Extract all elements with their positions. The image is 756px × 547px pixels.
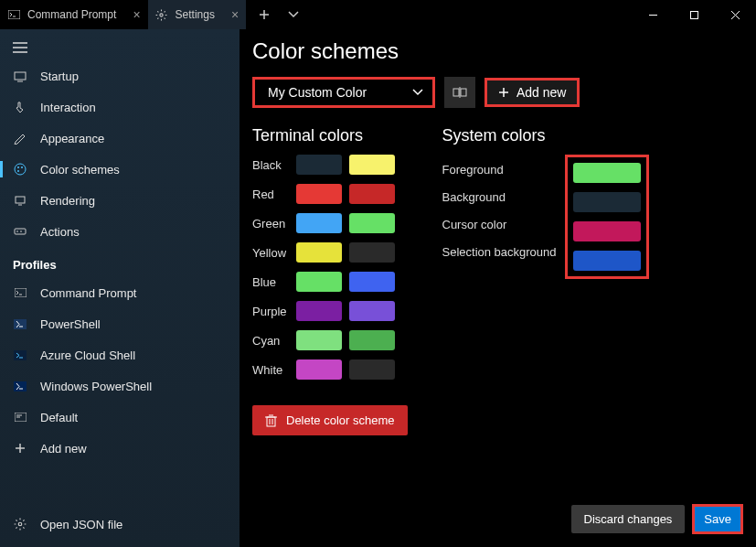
sidebar: Startup Interaction Appearance Color sch… (0, 29, 240, 547)
color-row: Cyan (252, 330, 408, 350)
interaction-icon (13, 100, 27, 114)
color-swatch-normal[interactable] (296, 184, 342, 204)
color-label: White (252, 363, 289, 377)
system-color-label: Background (442, 190, 565, 205)
svg-rect-18 (16, 197, 25, 203)
sidebar-item-interaction[interactable]: Interaction (0, 91, 240, 123)
color-swatch-normal[interactable] (296, 242, 342, 263)
profile-label: Azure Cloud Shell (40, 349, 135, 362)
color-swatch-bright[interactable] (349, 272, 395, 292)
main-content: Color schemes My Custom Color Add new Te… (240, 29, 756, 547)
color-swatch-normal[interactable] (296, 272, 342, 292)
system-color-swatch[interactable] (573, 192, 641, 212)
svg-point-14 (15, 164, 26, 175)
sidebar-item-rendering[interactable]: Rendering (0, 185, 240, 216)
tab-command-prompt[interactable]: Command Prompt × (0, 0, 148, 29)
titlebar: Command Prompt × Settings × (0, 0, 756, 29)
svg-point-36 (18, 522, 22, 526)
plus-icon (13, 441, 27, 456)
svg-point-16 (21, 166, 23, 168)
color-swatch-bright[interactable] (349, 213, 395, 233)
color-label: Cyan (252, 334, 289, 348)
close-icon[interactable]: × (133, 7, 140, 22)
hamburger-button[interactable] (0, 35, 240, 60)
color-swatch-bright[interactable] (349, 242, 395, 263)
profile-powershell[interactable]: PowerShell (0, 308, 240, 339)
new-tab-button[interactable] (251, 2, 277, 27)
svg-rect-31 (15, 413, 27, 422)
profile-azure-cloud-shell[interactable]: Azure Cloud Shell (0, 339, 240, 370)
minimize-button[interactable] (633, 0, 674, 29)
system-color-label: Cursor color (442, 218, 565, 232)
color-swatch-normal[interactable] (296, 330, 342, 350)
powershell-icon (13, 379, 27, 393)
color-row: Blue (252, 272, 408, 292)
tab-dropdown-button[interactable] (281, 2, 306, 27)
tab-label: Settings (176, 8, 215, 21)
sidebar-item-appearance[interactable]: Appearance (0, 123, 240, 154)
svg-rect-23 (15, 288, 27, 297)
profile-windows-powershell[interactable]: Windows PowerShell (0, 370, 240, 402)
sidebar-add-new[interactable]: Add new (0, 433, 240, 464)
save-button[interactable]: Save (695, 507, 740, 531)
sidebar-item-label: Rendering (40, 194, 95, 208)
profile-default[interactable]: Default (0, 402, 240, 433)
color-row: Black (252, 155, 408, 175)
sidebar-item-label: Actions (40, 225, 80, 239)
maximize-button[interactable] (674, 0, 715, 29)
color-swatch-normal[interactable] (296, 359, 342, 380)
rename-button[interactable] (444, 77, 475, 108)
color-swatch-normal[interactable] (296, 213, 342, 233)
toolbar-row: My Custom Color Add new (252, 77, 738, 108)
profile-command-prompt[interactable]: Command Prompt (0, 277, 240, 308)
svg-rect-6 (691, 11, 698, 18)
trash-icon (265, 414, 277, 427)
sidebar-item-startup[interactable]: Startup (0, 60, 240, 91)
color-label: Purple (252, 305, 289, 318)
add-new-scheme-button[interactable]: Add new (484, 78, 580, 107)
rendering-icon (13, 193, 27, 208)
terminal-colors-section: Terminal colors BlackRedGreenYellowBlueP… (252, 126, 408, 435)
color-swatch-bright[interactable] (349, 301, 395, 321)
color-label: Red (252, 188, 289, 201)
svg-rect-42 (267, 417, 275, 426)
color-swatch-normal[interactable] (296, 155, 342, 175)
profiles-header: Profiles (0, 247, 240, 277)
delete-scheme-button[interactable]: Delete color scheme (252, 405, 408, 435)
terminal-colors-title: Terminal colors (252, 126, 408, 145)
scheme-dropdown[interactable]: My Custom Color (252, 77, 435, 108)
color-swatch-normal[interactable] (296, 301, 342, 321)
color-swatch-bright[interactable] (349, 184, 395, 204)
close-window-button[interactable] (715, 0, 756, 29)
cmd-icon (13, 285, 27, 300)
plus-icon (498, 87, 509, 98)
close-icon[interactable]: × (231, 7, 239, 22)
sidebar-open-json[interactable]: Open JSON file (0, 509, 240, 540)
svg-rect-29 (14, 381, 27, 391)
svg-rect-27 (14, 350, 27, 360)
svg-rect-0 (8, 10, 20, 19)
system-colors-title: System colors (442, 126, 649, 145)
color-swatch-bright[interactable] (349, 155, 395, 175)
system-color-label: Foreground (442, 163, 565, 177)
actions-icon (13, 224, 27, 239)
sidebar-item-actions[interactable]: Actions (0, 216, 240, 247)
default-icon (13, 410, 27, 424)
system-color-label: Selection background (442, 245, 565, 260)
palette-icon (13, 162, 27, 177)
system-color-swatch[interactable] (573, 251, 641, 271)
sidebar-item-color-schemes[interactable]: Color schemes (0, 154, 240, 185)
tab-label: Command Prompt (27, 8, 116, 21)
gear-icon (155, 8, 168, 21)
system-color-swatch[interactable] (573, 163, 641, 183)
discard-button[interactable]: Discard changes (571, 505, 686, 533)
color-swatch-bright[interactable] (349, 359, 395, 380)
sidebar-item-label: Color schemes (40, 163, 120, 177)
color-label: Yellow (252, 246, 289, 260)
color-swatch-bright[interactable] (349, 330, 395, 350)
tab-settings[interactable]: Settings × (148, 0, 247, 29)
delete-label: Delete color scheme (286, 413, 395, 427)
svg-rect-38 (461, 89, 466, 96)
color-row: Purple (252, 301, 408, 321)
system-color-swatch[interactable] (573, 221, 641, 241)
